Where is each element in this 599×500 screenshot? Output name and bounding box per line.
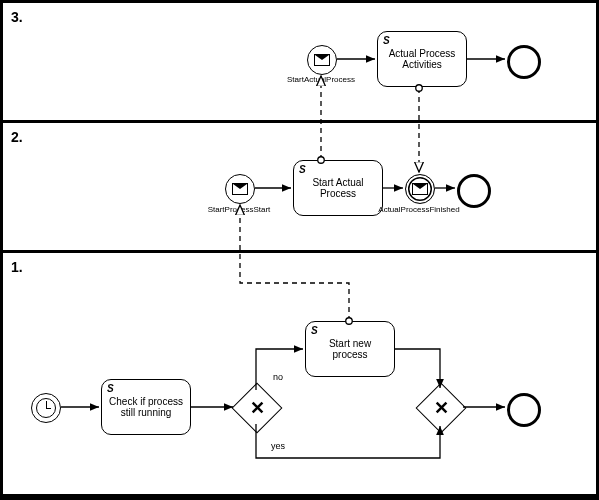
end-event-lane1[interactable]: [507, 393, 541, 427]
gateway-no-label: no: [273, 372, 283, 382]
task-label: Check if process still running: [106, 396, 186, 419]
exclusive-gateway-icon: ✕: [424, 391, 458, 425]
bpmn-canvas: 3. StartActualProcess S Actual Process A…: [0, 0, 599, 500]
gateway-merge[interactable]: ✕: [416, 383, 467, 434]
task-label: Start Actual Process: [298, 177, 378, 200]
task-marker-icon: S: [107, 383, 114, 395]
intermediate-event-finished-label: ActualProcessFinished: [369, 205, 469, 214]
lane-1: 1. S Check if process still running ✕ no…: [3, 253, 596, 497]
task-marker-icon: S: [311, 325, 318, 337]
task-label: Actual Process Activities: [382, 48, 462, 71]
envelope-icon: [412, 183, 428, 195]
lane-3-number: 3.: [11, 9, 23, 25]
lane-1-number: 1.: [11, 259, 23, 275]
task-check-running[interactable]: S Check if process still running: [101, 379, 191, 435]
lane-2: 2. StartProcessStart S Start Actual Proc…: [3, 123, 596, 253]
start-event-start-process-label: StartProcessStart: [189, 205, 289, 214]
start-event-start-process[interactable]: [225, 174, 255, 204]
gateway-yes-label: yes: [271, 441, 285, 451]
start-event-actual-process[interactable]: [307, 45, 337, 75]
lane-2-number: 2.: [11, 129, 23, 145]
gateway-split[interactable]: ✕: [232, 383, 283, 434]
end-event-lane2[interactable]: [457, 174, 491, 208]
intermediate-event-finished[interactable]: [405, 174, 435, 204]
task-start-new-process[interactable]: S Start new process: [305, 321, 395, 377]
clock-icon: [36, 398, 56, 418]
task-marker-icon: S: [383, 35, 390, 47]
exclusive-gateway-icon: ✕: [240, 391, 274, 425]
start-event-actual-process-label: StartActualProcess: [271, 75, 371, 84]
task-marker-icon: S: [299, 164, 306, 176]
envelope-icon: [232, 183, 248, 195]
envelope-icon: [314, 54, 330, 66]
lane-3: 3. StartActualProcess S Actual Process A…: [3, 3, 596, 123]
task-actual-process-activities[interactable]: S Actual Process Activities: [377, 31, 467, 87]
task-label: Start new process: [310, 338, 390, 361]
end-event-lane3[interactable]: [507, 45, 541, 79]
timer-start-event[interactable]: [31, 393, 61, 423]
